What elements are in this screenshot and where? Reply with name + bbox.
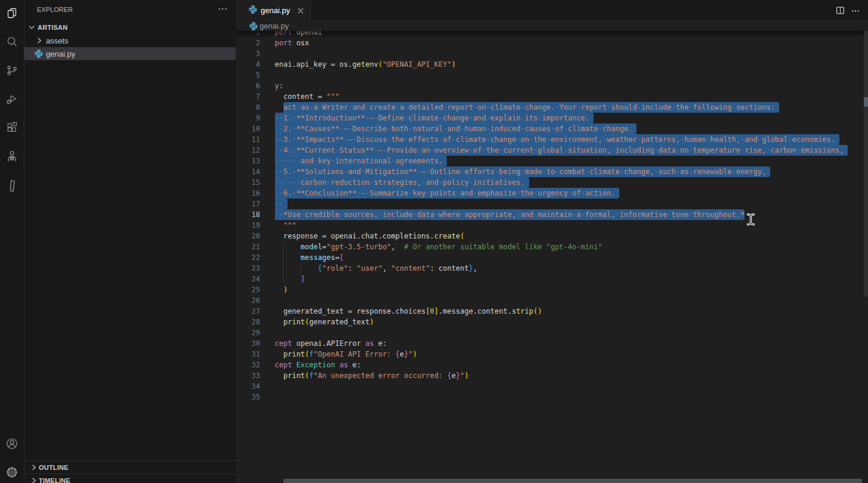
line-number-8: 8	[236, 102, 260, 113]
close-icon[interactable]	[295, 5, 307, 17]
code-line-9: ··1.·**Introduction**·—·Define·climate·c…	[275, 113, 590, 123]
code-line-2: port osx	[275, 38, 310, 48]
vertical-scrollbar[interactable]	[864, 31, 868, 296]
explorer-root-artisan[interactable]: ARTISAN	[24, 21, 236, 34]
code-line-6: y:	[275, 80, 283, 91]
line-number-26: 26	[236, 295, 260, 306]
chevron-down-icon	[27, 23, 36, 32]
activity-source-control-icon[interactable]	[0, 56, 24, 85]
section-label: TIMELINE	[39, 477, 70, 483]
horizontal-scrollbar[interactable]	[283, 479, 862, 483]
activity-artisan-extension-icon[interactable]	[0, 142, 24, 171]
activity-search-icon[interactable]	[0, 27, 24, 56]
code-line-13: ······and·key·international·agreements.	[275, 156, 443, 166]
line-number-14: 14	[236, 166, 260, 177]
section-label: OUTLINE	[39, 464, 69, 471]
editor-group: 1port openai2port osx34enai.api_key = os…	[236, 0, 868, 483]
code-line-14: ··5.·**Solutions·and·Mitigation**·—·Outl…	[275, 166, 767, 177]
code-line-11: ··3.·**Impacts**·—·Discuss·the·effects·o…	[275, 134, 836, 145]
code-line-28: print(generated_text)	[275, 317, 374, 327]
line-number-16: 16	[236, 188, 260, 199]
line-number-28: 28	[236, 317, 260, 327]
activity-settings-icon[interactable]	[0, 458, 24, 483]
code-line-4: enai.api_key = os.getenv("OPENAI_API_KEY…	[275, 59, 456, 70]
split-editor-icon[interactable]	[832, 3, 848, 18]
activity-explorer-icon[interactable]	[0, 0, 24, 27]
activity-bar	[0, 0, 24, 483]
code-line-16: ··6.·**Conclusion**·—·Summarize·key·poin…	[275, 188, 616, 199]
line-number-2: 2	[236, 38, 260, 48]
python-file-icon	[33, 49, 44, 58]
editor-actions	[832, 0, 863, 21]
code-line-22: messages=[	[275, 252, 344, 263]
code-line-19: """	[275, 220, 296, 231]
code-line-17: ··	[275, 199, 283, 209]
chevron-right-icon	[29, 463, 39, 472]
python-file-icon	[249, 21, 258, 31]
sidebar-explorer: EXPLORER ⋯ ARTISAN assets genai.py OUTLI…	[24, 0, 236, 483]
explorer-more-actions-icon[interactable]: ⋯	[218, 3, 227, 14]
line-number-5: 5	[236, 70, 260, 80]
activity-run-debug-icon[interactable]	[0, 85, 24, 113]
code-area[interactable]: 1port openai2port osx34enai.api_key = os…	[236, 0, 868, 483]
line-number-20: 20	[236, 231, 260, 242]
code-line-8: act·as·a·Writer·and·create·a·detailed·re…	[275, 102, 775, 113]
code-line-18: ··*Use·credible·sources,·include·data·wh…	[275, 209, 745, 220]
code-line-15: ······carbon·reduction·strategies,·and·p…	[275, 177, 525, 188]
line-number-17: 17	[236, 199, 260, 209]
sidebar-section-timeline[interactable]: TIMELINE	[24, 473, 236, 483]
line-number-35: 35	[236, 392, 260, 402]
breadcrumb-file: genai.py	[260, 21, 289, 30]
explorer-item-assets[interactable]: assets	[24, 34, 236, 47]
explorer-item-label: assets	[46, 36, 69, 45]
sidebar-section-outline[interactable]: OUTLINE	[24, 460, 236, 473]
code-line-20: response = openai.chat.completions.creat…	[275, 231, 465, 242]
sidebar-header: EXPLORER ⋯	[24, 0, 236, 21]
line-number-22: 22	[236, 252, 260, 263]
explorer-item-label: genai.py	[46, 49, 75, 58]
code-line-10: ··2.·**Causes**·—·Describe·both·natural·…	[275, 123, 633, 134]
activity-account-icon[interactable]	[0, 429, 24, 458]
line-number-32: 32	[236, 360, 260, 370]
chevron-right-icon	[29, 476, 39, 483]
line-number-7: 7	[236, 91, 260, 102]
line-number-24: 24	[236, 274, 260, 284]
code-line-32: cept Exception as e:	[275, 360, 362, 370]
code-line-21: model="gpt-3.5-turbo", # Or another suit…	[275, 242, 603, 252]
code-line-12: ··4.·**Current·Status**·—·Provide·an·ove…	[275, 145, 844, 156]
more-actions-icon[interactable]	[848, 3, 863, 18]
explorer-root-label: ARTISAN	[38, 24, 67, 31]
code-line-27: generated_text = response.choices[0].mes…	[275, 306, 542, 317]
line-number-19: 19	[236, 220, 260, 231]
line-number-23: 23	[236, 263, 260, 274]
line-number-3: 3	[236, 48, 260, 59]
activity-extensions-icon[interactable]	[0, 113, 24, 142]
code-line-25: )	[275, 284, 288, 295]
line-number-21: 21	[236, 242, 260, 252]
activity-custom-extension-icon[interactable]	[0, 171, 24, 199]
line-number-4: 4	[236, 59, 260, 70]
code-line-23: {"role": "user", "content": content},	[275, 263, 478, 274]
line-number-34: 34	[236, 381, 260, 392]
python-file-icon	[248, 5, 258, 17]
line-number-30: 30	[236, 338, 260, 349]
line-number-6: 6	[236, 80, 260, 91]
line-number-11: 11	[236, 134, 260, 145]
chevron-right-icon	[35, 36, 44, 45]
line-number-25: 25	[236, 284, 260, 295]
line-number-27: 27	[236, 306, 260, 317]
sidebar-title: EXPLORER	[37, 6, 73, 13]
vscode-window: EXPLORER ⋯ ARTISAN assets genai.py OUTLI…	[0, 0, 868, 483]
breadcrumb[interactable]: genai.py	[236, 21, 868, 31]
line-number-29: 29	[236, 327, 260, 338]
explorer-item-genai-py[interactable]: genai.py	[24, 47, 236, 60]
line-number-12: 12	[236, 145, 260, 156]
tab-genai-py[interactable]: genai.py	[236, 0, 311, 21]
code-line-7: content = """	[275, 91, 339, 102]
code-line-31: print(f"OpenAI API Error: {e}")	[275, 349, 418, 360]
line-number-9: 9	[236, 113, 260, 123]
line-number-18: 18	[236, 209, 260, 220]
tab-label: genai.py	[261, 6, 290, 15]
line-number-15: 15	[236, 177, 260, 188]
line-number-33: 33	[236, 370, 260, 381]
